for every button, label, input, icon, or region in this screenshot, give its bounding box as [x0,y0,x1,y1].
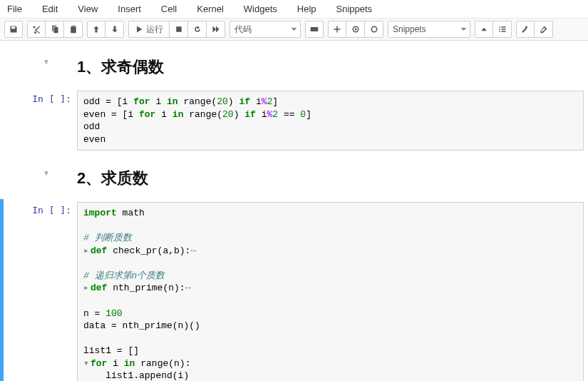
plus-target-icon [333,25,341,34]
save-button[interactable] [4,21,23,38]
save-icon [9,25,18,34]
collapse-heading-button[interactable] [475,21,493,38]
code-input-area[interactable]: import math # 判断质数 ▸def check_pr(a,b):↔ … [77,202,584,381]
command-palette-button[interactable] [305,21,324,38]
code-input-area[interactable]: odd = [i for i in range(20) if i%2] even… [77,91,584,151]
toolbar: 运行 代码 Snippets [0,19,588,41]
refresh-icon [193,25,202,34]
menu-edit[interactable]: Edit [39,1,72,17]
markdown-cell[interactable]: ▼ 1、求奇偶数 [0,48,588,88]
nbext-button-2[interactable] [346,21,365,38]
restart-run-button[interactable] [207,21,225,38]
caret-up-icon [480,25,488,34]
arrow-down-icon [110,25,119,34]
cut-button[interactable] [27,21,46,38]
list-icon [498,25,507,34]
run-button[interactable]: 运行 [128,21,170,38]
fold-indicator-icon[interactable]: ↔ [185,283,191,293]
play-icon [135,25,143,34]
move-up-button[interactable] [87,21,105,38]
run-label: 运行 [146,24,163,36]
circle-icon [370,25,378,34]
menu-help[interactable]: Help [294,1,331,17]
interrupt-button[interactable] [170,21,188,38]
collapse-toggle-icon[interactable]: ▼ [43,169,50,177]
circle-target-icon [351,25,360,34]
fold-arrow-icon[interactable]: ▸ [83,282,91,295]
menu-insert[interactable]: Insert [115,1,155,17]
fold-indicator-icon[interactable]: ↔ [190,245,196,256]
menu-snippets[interactable]: Snippets [334,1,387,17]
wand-icon [521,25,530,34]
eraser-icon [540,25,548,34]
toc-button[interactable] [493,21,512,38]
markdown-cell[interactable]: ▼ 2、求质数 [0,159,588,199]
fold-arrow-icon[interactable]: ▾ [83,357,91,370]
menu-widgets[interactable]: Widgets [241,1,292,17]
menu-view[interactable]: View [75,1,112,17]
heading-1: 1、求奇偶数 [77,56,584,78]
menu-kernel[interactable]: Kernel [194,1,238,17]
clipboard-icon [69,25,78,34]
copy-button[interactable] [46,21,64,38]
codefolding-button[interactable] [516,21,535,38]
menu-bar: File Edit View Insert Cell Kernel Widget… [0,0,588,19]
copy-icon [51,25,59,34]
arrow-up-icon [92,25,100,34]
code-cell[interactable]: In [ ]: odd = [i for i in range(20) if i… [0,88,588,153]
stop-icon [175,25,183,34]
fast-forward-icon [212,25,220,34]
restart-button[interactable] [188,21,207,38]
snippets-select[interactable]: Snippets [388,21,470,38]
celltype-select[interactable]: 代码 [229,21,301,38]
collapse-toggle-icon[interactable]: ▼ [43,58,50,66]
fold-arrow-icon[interactable]: ▸ [83,245,91,258]
nbext-button-1[interactable] [328,21,346,38]
scissors-icon [32,25,41,34]
menu-cell[interactable]: Cell [158,1,191,17]
code-cell-selected[interactable]: In [ ]: import math # 判断质数 ▸def check_pr… [0,199,588,381]
notebook-container: ▼ 1、求奇偶数 In [ ]: odd = [i for i in range… [0,41,588,381]
move-down-button[interactable] [105,21,124,38]
menu-file[interactable]: File [4,1,36,17]
paste-button[interactable] [64,21,83,38]
clear-output-button[interactable] [535,21,553,38]
input-prompt: In [ ]: [32,93,71,104]
keyboard-icon [310,25,319,34]
input-prompt: In [ ]: [32,205,71,215]
nbext-button-3[interactable] [365,21,383,38]
heading-2: 2、求质数 [77,168,584,189]
